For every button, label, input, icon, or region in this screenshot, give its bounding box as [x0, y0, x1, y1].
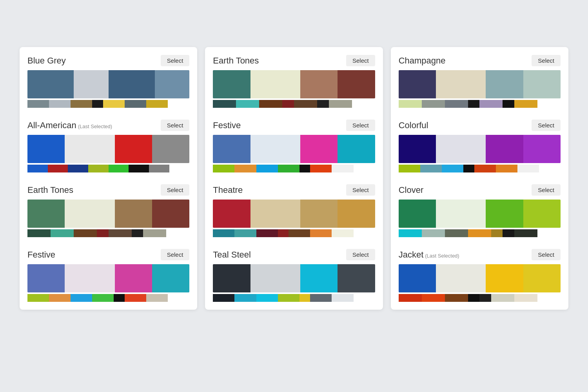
small-swatches-champagne: [399, 100, 561, 108]
main-swatch-colorful-0: [399, 135, 436, 163]
small-swatch-champagne-2: [445, 100, 468, 108]
main-swatch-colorful-1: [436, 135, 486, 163]
main-swatch-teal-steel-3: [338, 264, 375, 292]
main-swatch-theatre-2: [300, 200, 338, 228]
main-swatch-earth-tones-1-3: [152, 200, 189, 228]
palette-title-festive-2: Festive: [213, 120, 241, 131]
main-swatch-festive-2-0: [213, 135, 250, 163]
small-swatch-teal-steel-2: [256, 294, 278, 302]
small-swatches-clover: [399, 229, 561, 237]
palette-header-earth-tones-1: Earth TonesSelect: [27, 184, 189, 196]
small-swatch-clover-5: [503, 229, 514, 237]
small-swatch-earth-tones-1-0: [27, 229, 51, 237]
palette-title-text-all-american: All-American: [27, 120, 76, 130]
main-swatch-earth-tones-2-3: [338, 70, 375, 98]
main-swatch-festive-1-2: [115, 264, 152, 292]
small-swatch-earth-tones-2-5: [317, 100, 329, 108]
small-swatch-champagne-6: [514, 100, 537, 108]
main-swatches-teal-steel: [213, 264, 375, 292]
select-button-earth-tones-2[interactable]: Select: [346, 55, 375, 66]
palette-title-earth-tones-2: Earth Tones: [213, 56, 259, 66]
palette-card-earth-tones-1: Earth TonesSelect: [27, 184, 189, 237]
main-swatches-colorful: [399, 135, 561, 163]
select-button-festive-1[interactable]: Select: [161, 249, 190, 260]
small-swatches-earth-tones-2: [213, 100, 375, 108]
small-swatch-theatre-6: [332, 229, 353, 237]
small-swatch-blue-grey-2: [71, 100, 92, 108]
small-swatch-earth-tones-2-0: [213, 100, 236, 108]
small-swatches-teal-steel: [213, 294, 375, 302]
small-swatch-teal-steel-7: [354, 294, 375, 302]
small-swatch-blue-grey-4: [103, 100, 125, 108]
small-swatch-festive-2-2: [256, 165, 278, 172]
small-swatch-blue-grey-3: [92, 100, 103, 108]
main-swatches-theatre: [213, 200, 375, 228]
small-swatch-clover-7: [537, 229, 561, 237]
select-button-festive-2[interactable]: Select: [346, 120, 375, 131]
palette-subtitle-all-american: (Last Selected): [78, 123, 112, 129]
main-swatch-champagne-2: [486, 70, 523, 98]
palette-title-earth-tones-1: Earth Tones: [27, 185, 73, 195]
small-swatch-festive-2-6: [332, 165, 353, 172]
main-swatch-jacket-1: [436, 264, 486, 292]
main-swatch-festive-1-3: [152, 264, 189, 292]
small-swatch-festive-2-5: [310, 165, 332, 172]
select-button-all-american[interactable]: Select: [161, 120, 190, 131]
main-swatches-earth-tones-2: [213, 70, 375, 98]
select-button-teal-steel[interactable]: Select: [346, 249, 375, 260]
palette-title-text-festive-1: Festive: [27, 250, 55, 260]
small-swatch-colorful-2: [442, 165, 463, 172]
palette-card-colorful: ColorfulSelect: [399, 120, 561, 172]
small-swatch-jacket-3: [468, 294, 480, 302]
main-swatch-earth-tones-1-1: [65, 200, 114, 228]
main-swatch-earth-tones-2-0: [213, 70, 250, 98]
main-swatch-teal-steel-0: [213, 264, 250, 292]
small-swatch-theatre-4: [289, 229, 310, 237]
small-swatches-jacket: [399, 294, 561, 302]
main-swatch-jacket-2: [486, 264, 523, 292]
small-swatch-teal-steel-1: [234, 294, 256, 302]
main-swatch-blue-grey-2: [109, 70, 155, 98]
small-swatch-festive-1-1: [49, 294, 71, 302]
palette-title-text-blue-grey: Blue Grey: [27, 56, 66, 65]
small-swatch-jacket-5: [491, 294, 514, 302]
select-button-earth-tones-1[interactable]: Select: [161, 184, 190, 196]
small-swatch-blue-grey-6: [146, 100, 168, 108]
small-swatch-clover-2: [445, 229, 468, 237]
select-button-colorful[interactable]: Select: [532, 120, 561, 131]
small-swatches-all-american: [27, 165, 189, 172]
small-swatch-jacket-4: [479, 294, 491, 302]
main-swatches-festive-1: [27, 264, 189, 292]
small-swatch-champagne-7: [537, 100, 561, 108]
small-swatch-earth-tones-2-6: [329, 100, 352, 108]
small-swatch-all-american-4: [109, 165, 129, 172]
select-button-blue-grey[interactable]: Select: [161, 55, 190, 66]
main-swatch-earth-tones-1-0: [27, 200, 65, 228]
small-swatch-festive-1-4: [114, 294, 125, 302]
page-container: Blue GreySelectAll-American(Last Selecte…: [20, 47, 568, 310]
select-button-champagne[interactable]: Select: [532, 55, 561, 66]
main-swatch-teal-steel-2: [300, 264, 338, 292]
palette-card-blue-grey: Blue GreySelect: [27, 55, 189, 108]
main-swatch-clover-3: [523, 200, 561, 228]
main-swatches-clover: [399, 200, 561, 228]
small-swatch-teal-steel-4: [299, 294, 310, 302]
select-button-theatre[interactable]: Select: [346, 184, 375, 196]
small-swatch-all-american-7: [169, 165, 190, 172]
main-swatch-festive-1-1: [65, 264, 114, 292]
main-swatch-theatre-3: [338, 200, 375, 228]
select-button-clover[interactable]: Select: [532, 184, 561, 196]
select-button-jacket[interactable]: Select: [532, 249, 561, 260]
small-swatch-theatre-7: [354, 229, 375, 237]
palette-header-teal-steel: Teal SteelSelect: [213, 249, 375, 260]
small-swatch-earth-tones-1-4: [109, 229, 132, 237]
main-swatches-jacket: [399, 264, 561, 292]
small-swatch-colorful-7: [539, 165, 561, 172]
small-swatch-earth-tones-2-4: [294, 100, 317, 108]
small-swatch-teal-steel-3: [278, 294, 299, 302]
small-swatch-earth-tones-1-7: [166, 229, 189, 237]
small-swatch-earth-tones-2-1: [236, 100, 259, 108]
palette-card-teal-steel: Teal SteelSelect: [213, 249, 375, 302]
palette-title-jacket: Jacket(Last Selected): [399, 250, 459, 260]
palette-card-earth-tones-2: Earth TonesSelect: [213, 55, 375, 108]
